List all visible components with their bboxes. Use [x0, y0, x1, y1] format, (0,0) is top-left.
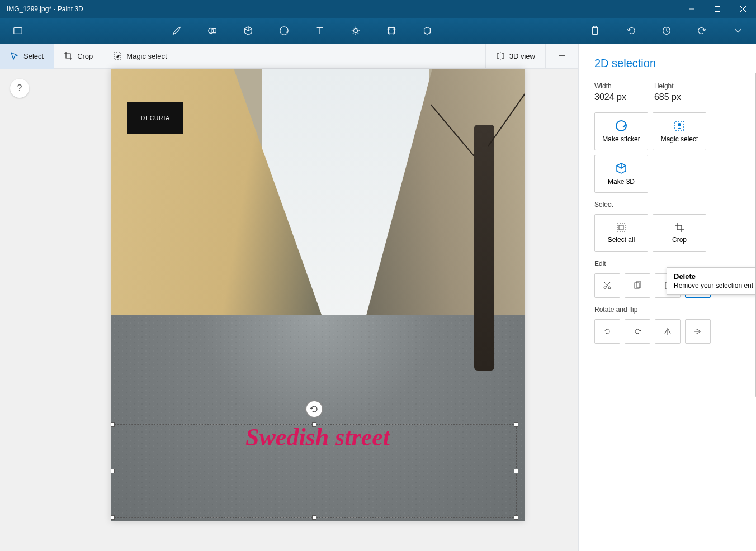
- svg-point-7: [280, 27, 288, 35]
- handle-w[interactable]: [111, 469, 115, 473]
- undo-button[interactable]: [613, 18, 649, 44]
- 3d-view-button[interactable]: 3D view: [485, 44, 546, 69]
- width-value: 3024 px: [594, 92, 626, 102]
- 3d-view-label: 3D view: [509, 52, 535, 60]
- rotate-section-label: Rotate and flip: [594, 306, 740, 314]
- rotate-handle[interactable]: [305, 400, 323, 418]
- crop-button[interactable]: Crop: [653, 214, 706, 252]
- canvas-tab[interactable]: [374, 18, 409, 44]
- svg-rect-23: [617, 224, 625, 231]
- maximize-button[interactable]: [705, 0, 730, 18]
- delete-tooltip: Delete Remove your selection ent: [667, 267, 756, 294]
- redo-button[interactable]: [684, 18, 720, 44]
- handle-nw[interactable]: [111, 422, 115, 427]
- zoom-out-button[interactable]: [554, 48, 570, 64]
- menu-button[interactable]: [0, 18, 36, 44]
- height-value: 685 px: [654, 92, 681, 102]
- stickers-tab[interactable]: [266, 18, 302, 44]
- svg-point-8: [353, 28, 357, 32]
- help-button[interactable]: ?: [10, 79, 29, 98]
- rotate-right-button[interactable]: [625, 319, 650, 344]
- selection-marquee[interactable]: [112, 424, 517, 518]
- svg-point-22: [678, 123, 681, 126]
- flip-vertical-button[interactable]: [685, 319, 711, 344]
- make-sticker-button[interactable]: Make sticker: [594, 112, 648, 150]
- handle-sw[interactable]: [111, 515, 115, 520]
- titlebar: IMG_1299.jpg* - Paint 3D: [0, 0, 756, 18]
- paste-button[interactable]: [577, 18, 613, 44]
- svg-rect-4: [14, 28, 22, 34]
- crop-tool[interactable]: Crop: [54, 44, 103, 69]
- magic-select-label: Magic select: [126, 52, 167, 60]
- make-3d-button[interactable]: Make 3D: [594, 155, 648, 193]
- magic-select-button[interactable]: Magic select: [653, 112, 706, 150]
- side-panel: 2D selection Width 3024 px Height 685 px…: [578, 44, 756, 551]
- svg-rect-9: [389, 28, 395, 34]
- effects-tab[interactable]: [338, 18, 374, 44]
- svg-rect-6: [212, 28, 216, 32]
- handle-ne[interactable]: [514, 422, 518, 427]
- svg-rect-10: [593, 27, 598, 35]
- height-label: Height: [654, 82, 681, 90]
- flip-horizontal-button[interactable]: [655, 319, 681, 344]
- crop-label: Crop: [77, 52, 93, 60]
- canvas[interactable]: DECURIA Swedish street: [111, 69, 525, 521]
- cut-button[interactable]: [594, 273, 620, 298]
- handle-s[interactable]: [312, 515, 316, 520]
- rotate-left-button[interactable]: [594, 319, 620, 344]
- minimize-button[interactable]: [679, 0, 705, 18]
- select-section-label: Select: [594, 201, 740, 208]
- select-label: Select: [23, 52, 44, 60]
- expand-button[interactable]: [720, 18, 756, 44]
- svg-rect-1: [715, 7, 720, 12]
- handle-se[interactable]: [514, 515, 518, 520]
- close-button[interactable]: [730, 0, 756, 18]
- handle-n[interactable]: [312, 422, 316, 427]
- workspace: ? DECURIA Swedish street: [0, 69, 578, 551]
- window-title: IMG_1299.jpg* - Paint 3D: [7, 5, 83, 13]
- sign-text: DECURIA: [127, 102, 183, 134]
- history-button[interactable]: [649, 18, 684, 44]
- brushes-tab[interactable]: [159, 18, 195, 44]
- panel-title: 2D selection: [594, 57, 740, 70]
- svg-rect-24: [619, 225, 623, 230]
- copy-button[interactable]: [625, 273, 650, 298]
- text-tab[interactable]: [302, 18, 338, 44]
- magic-select-tool[interactable]: Magic select: [103, 44, 177, 69]
- 3d-shapes-tab[interactable]: [230, 18, 266, 44]
- width-label: Width: [594, 82, 626, 90]
- 2d-shapes-tab[interactable]: [195, 18, 230, 44]
- 3d-library-tab[interactable]: [409, 18, 445, 44]
- select-all-button[interactable]: Select all: [594, 214, 648, 252]
- edit-section-label: Edit: [594, 260, 740, 268]
- handle-e[interactable]: [514, 469, 518, 473]
- select-tool[interactable]: Select: [0, 44, 54, 69]
- ribbon: [0, 18, 756, 44]
